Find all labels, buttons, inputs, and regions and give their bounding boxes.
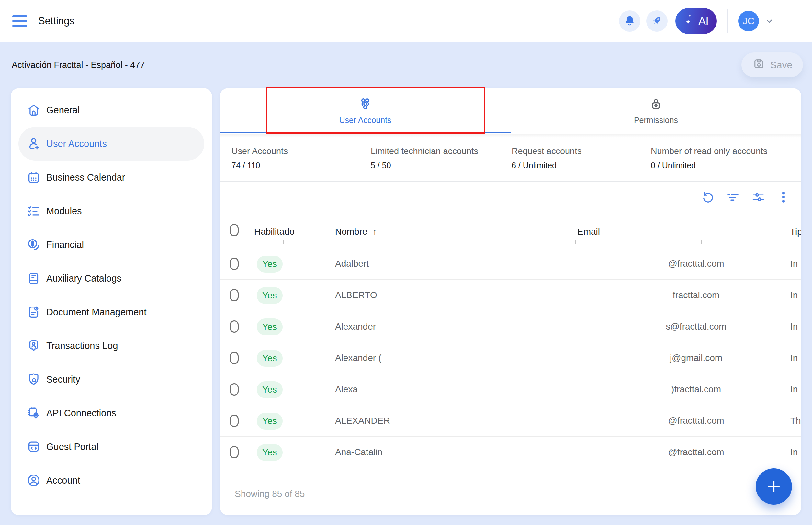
stat-value: 5 / 50 — [371, 161, 478, 170]
column-header-enabled[interactable]: Habilitado — [254, 227, 295, 237]
top-bar: Settings — [0, 0, 812, 42]
stat-label: Number of read only accounts — [651, 146, 767, 156]
enabled-badge: Yes — [257, 350, 283, 367]
row-checkbox[interactable] — [230, 415, 239, 427]
user-email: fracttal.com — [631, 290, 761, 300]
partial-row — [220, 468, 801, 474]
user-name: Ana-Catalin — [335, 447, 382, 457]
table-toolbar — [700, 189, 792, 205]
table-row[interactable]: Yes ALEXANDER @fracttal.com Th — [220, 405, 801, 437]
tab-permissions[interactable]: Permissions — [511, 88, 801, 133]
sidebar-item-label: Account — [46, 475, 80, 486]
row-checkbox[interactable] — [230, 289, 239, 301]
sidebar-item-label: Transactions Log — [46, 341, 118, 351]
stat-label: User Accounts — [232, 146, 288, 156]
shield-icon — [26, 372, 41, 387]
kebab-menu-icon — [777, 190, 791, 204]
table-row[interactable]: Yes Alexander ( j@gmail.com In — [220, 343, 801, 374]
sidebar-item-label: User Accounts — [46, 138, 107, 149]
sidebar-item-label: API Connections — [46, 408, 116, 419]
refresh-button[interactable] — [700, 189, 716, 205]
stat-value: 74 / 110 — [232, 161, 288, 170]
avatar[interactable]: JC — [738, 11, 759, 31]
plus-icon — [766, 479, 782, 494]
table-body: Yes Adalbert @fracttal.com In Yes ALBERT… — [220, 248, 801, 474]
tab-user-accounts[interactable]: User Accounts — [220, 88, 511, 133]
sidebar-item-user-accounts[interactable]: User Accounts — [18, 127, 204, 161]
stat-limited-technician-accounts: Limited technician accounts 5 / 50 — [371, 146, 478, 170]
user-email: j@gmail.com — [631, 353, 761, 363]
row-checkbox[interactable] — [230, 383, 239, 395]
sidebar-item-security[interactable]: Security — [18, 362, 204, 396]
calendar-icon — [26, 170, 41, 185]
sidebar-item-label: Guest Portal — [46, 441, 99, 452]
user-email: @fracttal.com — [631, 447, 761, 457]
column-settings-button[interactable] — [750, 189, 766, 205]
stat-read-only-accounts: Number of read only accounts 0 / Unlimit… — [651, 146, 767, 170]
sidebar-item-api-connections[interactable]: API Connections — [18, 396, 204, 430]
sidebar-item-label: Modules — [46, 206, 82, 216]
sidebar-item-modules[interactable]: Modules — [18, 194, 204, 228]
user-accounts-panel: User Accounts Permissions User Accounts … — [220, 88, 801, 515]
lock-icon — [648, 96, 664, 112]
whats-new-button[interactable] — [646, 10, 668, 32]
stat-label: Request accounts — [512, 146, 581, 156]
row-checkbox[interactable] — [230, 258, 239, 270]
user-email: s@fracttal.com — [631, 321, 761, 332]
home-icon — [26, 103, 41, 118]
ai-button[interactable]: AI — [675, 8, 717, 34]
sliders-icon — [751, 190, 765, 204]
column-resize-handle[interactable] — [698, 240, 702, 244]
page-title: Settings — [38, 15, 74, 27]
row-checkbox[interactable] — [230, 352, 239, 364]
column-resize-handle[interactable] — [572, 240, 576, 244]
sidebar-item-document-management[interactable]: Document Management — [18, 295, 204, 329]
notifications-button[interactable] — [619, 10, 640, 32]
settings-screen: Settings — [0, 0, 812, 525]
column-header-type[interactable]: Tipo — [790, 227, 801, 237]
table-row[interactable]: Yes Ana-Catalin @fracttal.com In — [220, 437, 801, 468]
column-header-email[interactable]: Email — [577, 227, 600, 237]
rocket-icon — [651, 15, 663, 28]
table-row[interactable]: Yes Adalbert @fracttal.com In — [220, 248, 801, 280]
sidebar-item-financial[interactable]: Financial — [18, 228, 204, 261]
sidebar-item-label: General — [46, 105, 80, 116]
filter-button[interactable] — [725, 189, 741, 205]
sidebar-item-transactions-log[interactable]: Transactions Log — [18, 329, 204, 362]
user-email: @fracttal.com — [631, 259, 761, 269]
row-checkbox[interactable] — [230, 320, 239, 333]
column-header-name[interactable]: Nombre↑ — [335, 227, 377, 237]
user-name: Alexander ( — [335, 353, 381, 363]
chip-icon — [26, 406, 41, 420]
table-header: Habilitado Nombre↑ Email Tipo — [220, 214, 801, 248]
sort-ascending-icon: ↑ — [373, 227, 377, 237]
chevron-down-icon[interactable] — [765, 16, 774, 26]
menu-icon[interactable] — [12, 15, 27, 27]
tab-permissions-label: Permissions — [634, 116, 678, 125]
sidebar-item-auxiliary-catalogs[interactable]: Auxiliary Catalogs — [18, 261, 204, 295]
table-row[interactable]: Yes Alexander s@fracttal.com In — [220, 311, 801, 343]
stat-value: 6 / Unlimited — [512, 161, 581, 170]
document-icon — [26, 304, 41, 319]
add-user-button[interactable] — [756, 468, 792, 505]
enabled-badge: Yes — [257, 381, 283, 398]
save-button[interactable]: Save — [741, 52, 803, 77]
sidebar-item-business-calendar[interactable]: Business Calendar — [18, 161, 204, 194]
column-resize-handle[interactable] — [280, 240, 284, 244]
table-row[interactable]: Yes Alexa )fracttal.com In — [220, 374, 801, 405]
user-type: In — [790, 353, 798, 363]
row-checkbox[interactable] — [230, 446, 239, 458]
table-row[interactable]: Yes ALBERTO fracttal.com In — [220, 280, 801, 311]
settings-sidebar: General User Accounts Business Calen — [11, 88, 212, 515]
select-all-checkbox[interactable] — [230, 224, 239, 236]
user-name: Alexa — [335, 384, 358, 394]
more-options-button[interactable] — [776, 189, 792, 205]
sidebar-item-general[interactable]: General — [18, 93, 204, 127]
sidebar-item-account[interactable]: Account — [18, 464, 204, 497]
save-button-label: Save — [770, 60, 792, 71]
filter-icon — [726, 190, 740, 204]
checklist-icon — [26, 204, 41, 219]
refresh-icon — [700, 190, 715, 204]
user-circle-icon — [26, 473, 41, 488]
sidebar-item-guest-portal[interactable]: Guest Portal — [18, 430, 204, 464]
